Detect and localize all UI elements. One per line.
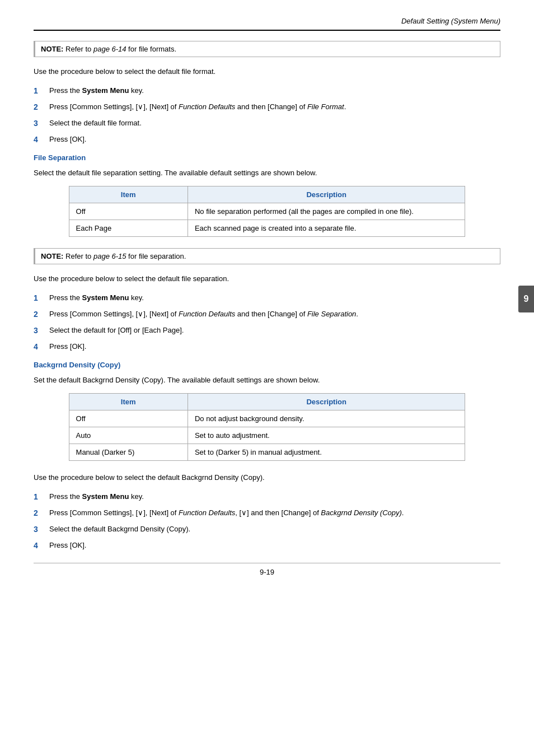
bd-row2-desc: Set to auto adjustment. bbox=[188, 427, 465, 444]
table-row: Manual (Darker 5) Set to (Darker 5) in m… bbox=[69, 444, 465, 461]
header-title: Default Setting (System Menu) bbox=[401, 17, 500, 25]
table-row: Auto Set to auto adjustment. bbox=[69, 427, 465, 444]
italic-func-defaults-1: Function Defaults bbox=[179, 102, 235, 111]
note-link-1: page 6-14 bbox=[93, 45, 127, 53]
note-rest-2: for file separation. bbox=[127, 252, 186, 260]
italic-file-sep: File Separation bbox=[307, 310, 356, 318]
intro-text-3: Use the procedure below to select the de… bbox=[34, 472, 500, 483]
bold-system-menu-1: System Menu bbox=[82, 86, 129, 95]
step-ff-2: 2 Press [Common Settings], [∨], [Next] o… bbox=[34, 101, 500, 113]
table-row: Off No file separation performed (all th… bbox=[69, 203, 465, 220]
step-bd-1: 1 Press the System Menu key. bbox=[34, 491, 500, 503]
bd-row1-desc: Do not adjust background density. bbox=[188, 410, 465, 427]
backgrnd-density-heading: Backgrnd Density (Copy) bbox=[34, 361, 500, 369]
note-rest-1: for file formats. bbox=[127, 45, 177, 53]
page-number: 9-19 bbox=[260, 568, 274, 576]
step-bd-4: 4 Press [OK]. bbox=[34, 540, 500, 552]
steps-file-format: 1 Press the System Menu key. 2 Press [Co… bbox=[34, 85, 500, 146]
page-footer: 9-19 bbox=[34, 563, 500, 576]
fs-table-header-item: Item bbox=[69, 186, 188, 203]
step-bd-2: 2 Press [Common Settings], [∨], [Next] o… bbox=[34, 507, 500, 519]
bd-table-header-item: Item bbox=[69, 394, 188, 410]
step-fs-2: 2 Press [Common Settings], [∨], [Next] o… bbox=[34, 309, 500, 320]
italic-backgrnd-density: Backgrnd Density (Copy) bbox=[321, 508, 402, 517]
step-ff-4: 4 Press [OK]. bbox=[34, 134, 500, 146]
step-ff-1: 1 Press the System Menu key. bbox=[34, 85, 500, 97]
note-text-1: Refer to page 6-14 for file formats. bbox=[65, 45, 176, 53]
fs-table-header-desc: Description bbox=[188, 186, 465, 203]
note-link-2: page 6-15 bbox=[93, 252, 127, 260]
page-container: Default Setting (System Menu) NOTE: Refe… bbox=[0, 0, 534, 599]
steps-backgrnd: 1 Press the System Menu key. 2 Press [Co… bbox=[34, 491, 500, 552]
step-bd-3: 3 Select the default Backgrnd Density (C… bbox=[34, 524, 500, 535]
table-row: Each Page Each scanned page is created i… bbox=[69, 220, 465, 237]
bd-row1-item: Off bbox=[69, 410, 188, 427]
note-box-2: NOTE: Refer to page 6-15 for file separa… bbox=[34, 248, 500, 264]
backgrnd-density-intro: Set the default Backgrnd Density (Copy).… bbox=[34, 375, 500, 386]
italic-file-format: File Format bbox=[307, 102, 344, 111]
step-fs-4: 4 Press [OK]. bbox=[34, 341, 500, 353]
bold-system-menu-3: System Menu bbox=[82, 492, 129, 501]
note-box-1: NOTE: Refer to page 6-14 for file format… bbox=[34, 41, 500, 57]
note-text-2: Refer to page 6-15 for file separation. bbox=[65, 252, 186, 260]
step-fs-1: 1 Press the System Menu key. bbox=[34, 292, 500, 304]
fs-row2-desc: Each scanned page is created into a sepa… bbox=[188, 220, 465, 237]
intro-text-2: Use the procedure below to select the de… bbox=[34, 273, 500, 284]
fs-row1-item: Off bbox=[69, 203, 188, 220]
step-fs-3: 3 Select the default for [Off] or [Each … bbox=[34, 325, 500, 337]
fs-row2-item: Each Page bbox=[69, 220, 188, 237]
step-ff-3: 3 Select the default file format. bbox=[34, 118, 500, 129]
bd-row2-item: Auto bbox=[69, 427, 188, 444]
fs-row1-desc: No file separation performed (all the pa… bbox=[188, 203, 465, 220]
steps-file-sep: 1 Press the System Menu key. 2 Press [Co… bbox=[34, 292, 500, 353]
page-header: Default Setting (System Menu) bbox=[34, 17, 500, 31]
bold-system-menu-2: System Menu bbox=[82, 293, 129, 302]
backgrnd-density-table: Item Description Off Do not adjust backg… bbox=[69, 393, 466, 461]
intro-text-1: Use the procedure below to select the de… bbox=[34, 66, 500, 77]
bd-table-header-desc: Description bbox=[188, 394, 465, 410]
file-separation-intro: Select the default file separation setti… bbox=[34, 167, 500, 179]
italic-func-defaults-2: Function Defaults bbox=[179, 310, 235, 318]
italic-func-defaults-3: Function Defaults bbox=[179, 508, 235, 517]
file-separation-heading: File Separation bbox=[34, 153, 500, 162]
table-row: Off Do not adjust background density. bbox=[69, 410, 465, 427]
bd-row3-desc: Set to (Darker 5) in manual adjustment. bbox=[188, 444, 465, 461]
note-label-1: NOTE: bbox=[41, 45, 63, 53]
file-separation-table: Item Description Off No file separation … bbox=[69, 186, 466, 237]
note-label-2: NOTE: bbox=[41, 252, 63, 260]
sidebar-tab: 9 bbox=[518, 286, 534, 312]
bd-row3-item: Manual (Darker 5) bbox=[69, 444, 188, 461]
